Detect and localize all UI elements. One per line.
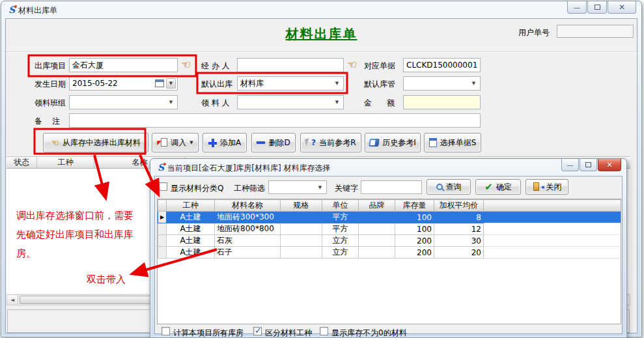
delete-button[interactable]: 删除D <box>251 133 296 152</box>
doc-field[interactable]: CLCKD150000001 <box>403 58 481 72</box>
chevron-down-icon: ▼ <box>189 140 193 145</box>
table-row[interactable]: A土建 石子 立方 200 20 <box>158 247 622 259</box>
minimize-icon: — <box>567 162 574 169</box>
maximize-button[interactable] <box>587 1 607 14</box>
trade-filter-combo[interactable]: ▼ <box>268 180 327 194</box>
cell[interactable]: 12 <box>434 223 484 235</box>
chevron-down-icon[interactable]: ▼ <box>166 97 176 107</box>
cell[interactable] <box>281 235 322 247</box>
date-field[interactable]: 2015-05-22 ▼ <box>69 76 178 91</box>
cell[interactable]: 平方 <box>322 223 359 235</box>
cell[interactable] <box>281 223 322 235</box>
cell[interactable]: 30 <box>434 235 484 247</box>
column-header[interactable]: 材料名称 <box>215 200 281 212</box>
team-combo[interactable]: ▼ <box>69 95 178 109</box>
column-header[interactable]: 规格 <box>281 200 322 212</box>
nonzero-checkbox[interactable] <box>320 327 328 335</box>
cell[interactable]: 立方 <box>322 235 359 247</box>
cell[interactable]: 平方 <box>322 212 359 223</box>
keeper-combo[interactable]: ▼ <box>403 76 481 91</box>
column-header[interactable]: 库存量 <box>395 200 434 212</box>
cell[interactable] <box>359 223 395 235</box>
column-header[interactable]: 加权平均价 <box>434 200 484 212</box>
dialog-minimize-button[interactable]: — <box>561 159 579 171</box>
select-doc-button[interactable]: 选择单据S <box>424 133 481 152</box>
cell[interactable]: 地面砖800*800 <box>215 223 281 235</box>
close-button[interactable]: ✕ <box>608 1 636 14</box>
chevron-down-icon[interactable]: ▼ <box>469 78 479 89</box>
table-row[interactable]: A土建 石灰 立方 200 30 <box>158 235 622 247</box>
keyword-input[interactable] <box>361 180 422 194</box>
add-button[interactable]: 添加A <box>203 133 247 152</box>
minus-icon <box>257 141 265 144</box>
operator-label: 经 办 人 <box>201 61 230 72</box>
exit-door-icon: ◂ <box>533 182 543 191</box>
picker-combo[interactable]: ▼ <box>237 95 344 109</box>
chevron-down-icon[interactable]: ▼ <box>166 78 176 89</box>
select-doc-label: 选择单据S <box>440 137 477 148</box>
remark-field[interactable] <box>69 113 481 128</box>
cell[interactable]: 200 <box>395 247 434 259</box>
cell[interactable]: 石子 <box>215 247 281 259</box>
history-ref-button[interactable]: 历史参考I <box>365 133 421 152</box>
minimize-button[interactable]: — <box>567 1 587 14</box>
cell[interactable] <box>359 212 395 223</box>
call-in-button[interactable]: ◤ 调入 ▼ <box>152 133 199 152</box>
cell[interactable] <box>281 212 322 223</box>
split-trade-checkbox[interactable] <box>253 327 262 335</box>
amount-field[interactable] <box>403 95 481 109</box>
cell[interactable]: 立方 <box>322 247 359 259</box>
header-divider <box>6 51 637 53</box>
dialog-close-button[interactable]: ✕ <box>598 159 621 171</box>
table-row[interactable]: ▶ A土建 地面砖300*300 平方 100 8 <box>158 212 622 223</box>
main-titlebar[interactable]: S 材料出库单 — ✕ <box>1 1 641 18</box>
close-dialog-button[interactable]: ◂ 关闭 <box>525 179 568 195</box>
column-header[interactable]: 单位 <box>322 200 359 212</box>
cell[interactable]: 20 <box>434 247 484 259</box>
column-header-status[interactable]: 状态 <box>7 157 37 168</box>
pick-from-stock-button[interactable]: ☜ 从库存中选择出库材料 <box>43 133 148 152</box>
cell[interactable] <box>359 235 395 247</box>
cell[interactable] <box>359 247 395 259</box>
calc-all-checkbox[interactable] <box>161 327 170 335</box>
cell[interactable]: 100 <box>395 212 434 223</box>
dialog-titlebar[interactable]: S 当前项目[金石大厦]库房[材料库] 材料库存选择 — ✕ <box>150 159 626 176</box>
dialog-maximize-button[interactable] <box>580 159 597 171</box>
hand-picker-icon[interactable]: ☜ <box>181 58 191 71</box>
column-header[interactable]: 品牌 <box>359 200 395 212</box>
column-header-trade[interactable]: 工种 <box>37 157 94 168</box>
default-out-label: 默认出库 <box>201 79 232 90</box>
show-category-checkbox[interactable] <box>159 182 167 191</box>
maximize-icon <box>595 5 600 10</box>
chevron-down-icon[interactable]: ▼ <box>332 97 342 107</box>
cell[interactable]: 100 <box>395 223 434 235</box>
cell[interactable]: 石灰 <box>215 235 281 247</box>
cell[interactable]: A土建 <box>167 247 215 259</box>
cell[interactable] <box>281 247 322 259</box>
cell[interactable]: A土建 <box>167 223 215 235</box>
table-row[interactable]: A土建 地面砖800*800 平方 100 12 <box>158 223 622 235</box>
cell[interactable]: 8 <box>434 212 484 223</box>
minimize-icon: — <box>574 4 580 11</box>
chevron-down-icon[interactable]: ▼ <box>315 182 325 192</box>
default-out-combo[interactable]: 材料库 ▼ <box>237 76 344 91</box>
query-label: 查询 <box>446 182 462 193</box>
cell[interactable]: 地面砖300*300 <box>215 212 281 223</box>
cell[interactable]: A土建 <box>167 235 215 247</box>
out-project-field[interactable]: 金石大厦 <box>69 58 178 72</box>
ok-button[interactable]: ✔ 确定 <box>475 179 521 195</box>
history-ref-label: 历史参考I <box>382 137 416 148</box>
user-no-field[interactable] <box>557 25 634 38</box>
current-ref-button[interactable]: ? 当前参考R <box>300 133 361 152</box>
cell[interactable]: 200 <box>395 235 434 247</box>
chevron-down-icon[interactable]: ▼ <box>332 78 342 89</box>
query-button[interactable]: 查询 <box>427 179 471 195</box>
search-icon <box>436 184 443 190</box>
calendar-icon[interactable] <box>155 79 164 87</box>
date-label: 发生日期 <box>35 79 66 90</box>
cell[interactable]: A土建 <box>167 212 215 223</box>
hand-picker-icon[interactable]: ☜ <box>347 58 357 71</box>
column-header[interactable]: 工种 <box>167 200 215 212</box>
operator-field[interactable] <box>237 58 344 72</box>
scroll-left-button[interactable]: ◄ <box>7 295 18 305</box>
